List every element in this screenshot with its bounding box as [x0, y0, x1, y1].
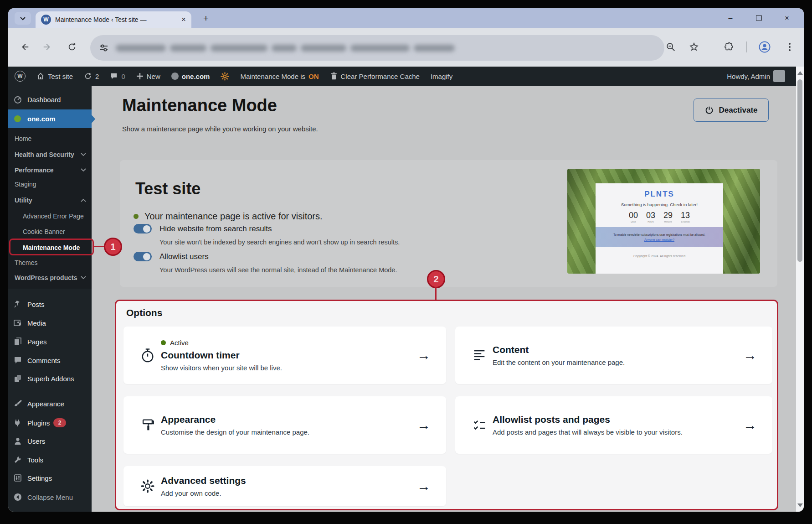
zoom-button[interactable] [663, 39, 679, 55]
allowlist-users-toggle[interactable] [134, 252, 152, 261]
sidebar-item-users[interactable]: Users [8, 432, 92, 450]
deactivate-button[interactable]: Deactivate [694, 99, 769, 122]
sidebar-item-label: Users [27, 437, 45, 445]
sidebar-item-label: Comments [27, 357, 61, 364]
active-badge-label: Active [170, 339, 189, 347]
sidebar-item-label: Tools [27, 456, 43, 464]
admin-bar-clear-cache[interactable]: Clear Performance Cache [330, 72, 420, 80]
admin-bar-updates[interactable]: 2 [84, 72, 99, 80]
url-bar[interactable] [90, 35, 664, 61]
extensions-button[interactable] [720, 39, 737, 55]
card-description: Edit the content on your maintenance pag… [493, 358, 625, 366]
reload-button[interactable] [64, 39, 80, 55]
scroll-up-arrow-icon[interactable] [797, 71, 803, 75]
comment-bubble-icon [13, 356, 22, 365]
bookmark-button[interactable] [686, 39, 702, 55]
back-button[interactable] [16, 39, 33, 55]
forward-button[interactable] [39, 39, 56, 55]
maximize-button[interactable] [748, 8, 769, 28]
countdown-timer-card[interactable]: Active Countdown timer Show visitors whe… [123, 327, 446, 384]
sidebar-item-appearance[interactable]: Appearance [8, 394, 92, 413]
annotation-number: 2 [433, 274, 438, 285]
sidebar-item-utility[interactable]: Utility [8, 193, 92, 207]
sidebar-item-superb-addons[interactable]: Superb Addons [8, 369, 92, 388]
site-status-card: Test site Your maintenance page is activ… [120, 160, 777, 287]
sidebar-item-dashboard[interactable]: Dashboard [8, 90, 92, 109]
sidebar-item-wordpress-products[interactable]: WordPress products [8, 270, 92, 285]
preview-banner-text: To enable newsletter subscriptions user … [613, 233, 705, 236]
admin-bar-account[interactable]: Howdy, Admin [727, 70, 785, 82]
redacted-url-segment [350, 45, 410, 52]
reload-icon [67, 42, 77, 52]
browser-menu-button[interactable] [781, 39, 798, 55]
tune-icon [99, 43, 108, 52]
wordpress-logo-icon: W [15, 71, 26, 82]
appearance-card[interactable]: Appearance Customise the design of your … [123, 396, 446, 454]
sidebar-item-label: Performance [15, 166, 54, 174]
sidebar-item-comments[interactable]: Comments [8, 351, 92, 369]
admin-bar-imagify[interactable]: Imagify [431, 73, 452, 80]
sliders-icon [13, 473, 22, 482]
sidebar-item-pages[interactable]: Pages [8, 332, 92, 351]
sidebar-item-advanced-error-page[interactable]: Advanced Error Page [8, 209, 92, 223]
close-window-button[interactable]: × [776, 8, 797, 28]
preview-brand: PLNTS [596, 190, 723, 199]
preview-countdown: 00Days 03Hours 29Minutes 13Seconds [596, 211, 723, 223]
toggle-label: Hide website from search results [159, 224, 272, 233]
content-card[interactable]: Content Edit the content on your mainten… [455, 327, 772, 384]
countdown-unit: Seconds [681, 220, 690, 223]
browser-tab[interactable]: W Maintenance Mode ‹ Test site — × [36, 11, 191, 28]
minimize-button[interactable]: – [720, 8, 741, 28]
arrow-right-icon: → [743, 417, 757, 433]
sidebar-item-home[interactable]: Home [8, 131, 92, 145]
admin-bar-comments[interactable]: 0 [110, 72, 125, 80]
page-scrollbar[interactable] [796, 67, 804, 512]
puzzle-icon [724, 42, 734, 52]
tab-search-button[interactable] [15, 12, 31, 25]
admin-bar-onecom[interactable]: one.com [171, 73, 210, 80]
countdown-unit: Days [629, 220, 638, 223]
scroll-down-arrow-icon[interactable] [797, 503, 803, 507]
wp-logo-menu[interactable]: W [15, 71, 26, 82]
tab-close-icon[interactable]: × [181, 15, 186, 24]
scrollbar-thumb[interactable] [797, 79, 802, 262]
sidebar-item-plugins[interactable]: Plugins 2 [8, 414, 92, 432]
comments-count: 0 [121, 73, 125, 80]
sidebar-item-onecom[interactable]: one.com [8, 109, 92, 128]
allowlist-posts-pages-card[interactable]: Allowlist posts and pages Add posts and … [455, 396, 772, 454]
deactivate-label: Deactivate [719, 106, 757, 115]
profile-button[interactable] [756, 39, 773, 55]
sidebar-item-tools[interactable]: Tools [8, 451, 92, 469]
sidebar-item-settings[interactable]: Settings [8, 469, 92, 487]
sidebar-item-media[interactable]: Media [8, 314, 92, 332]
wordpress-favicon-icon: W [41, 15, 51, 25]
card-title: Advanced settings [161, 475, 246, 486]
hide-from-search-toggle[interactable] [134, 224, 152, 233]
sidebar-item-staging[interactable]: Staging [8, 177, 92, 191]
admin-bar-new[interactable]: New [136, 73, 160, 80]
admin-bar-site-name[interactable]: Test site [36, 72, 73, 80]
advanced-settings-card[interactable]: Advanced settings Add your own code. → [123, 466, 446, 506]
chevron-down-icon [20, 16, 26, 21]
arrow-right-icon: → [417, 478, 431, 494]
admin-bar-maintenance-status[interactable]: Maintenance Mode is ON [240, 73, 319, 80]
sidebar-item-collapse-menu[interactable]: Collapse Menu [8, 488, 92, 506]
new-tab-button[interactable]: + [200, 12, 212, 25]
brush-icon [13, 399, 22, 408]
toolbar-separator [746, 42, 747, 52]
sidebar-item-health-and-security[interactable]: Health and Security [8, 147, 92, 161]
page-title: Maintenance Mode [122, 96, 277, 115]
sidebar-item-performance[interactable]: Performance [8, 163, 92, 177]
status-green-dot-icon [134, 214, 139, 219]
clear-cache-label: Clear Performance Cache [341, 73, 420, 80]
admin-bar-onecom-gear[interactable] [221, 72, 229, 81]
sidebar-item-themes[interactable]: Themes [8, 255, 92, 270]
sidebar-item-cookie-banner[interactable]: Cookie Banner [8, 224, 92, 239]
card-description: Add your own code. [161, 489, 246, 497]
plus-icon [136, 73, 144, 80]
maintenance-active-status: Your maintenance page is active for visi… [134, 211, 323, 222]
sidebar-item-posts[interactable]: Posts [8, 295, 92, 313]
redacted-url-segment [170, 45, 206, 52]
hide-from-search-desc: Your site won't be indexed by search eng… [159, 239, 400, 246]
sidebar-item-label: Dashboard [27, 96, 61, 104]
